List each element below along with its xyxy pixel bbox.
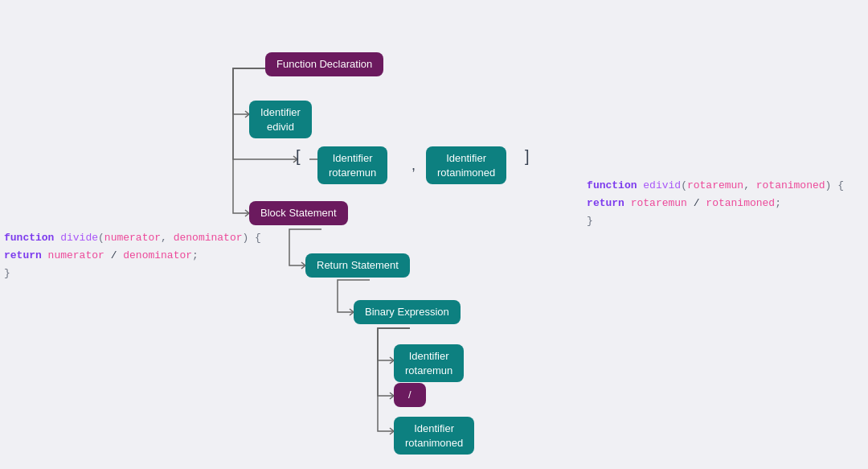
right-code-panel: function edivid(rotaremun, rotanimoned) … bbox=[587, 177, 844, 230]
tree-connections bbox=[161, 24, 611, 450]
node-block-statement: Block Statement bbox=[249, 201, 348, 225]
right-code-line-3: } bbox=[587, 212, 844, 230]
right-code-line-1: function edivid(rotaremun, rotanimoned) … bbox=[587, 177, 844, 195]
node-identifier-rotaremun-param: Identifier rotaremun bbox=[317, 146, 387, 184]
comma-separator: , bbox=[411, 157, 416, 174]
right-code-line-2: return rotaremun / rotanimoned; bbox=[587, 195, 844, 212]
node-identifier-edivid: Identifier edivid bbox=[249, 101, 312, 138]
node-return-statement: Return Statement bbox=[305, 253, 410, 278]
node-operator-slash: / bbox=[394, 383, 426, 407]
close-bracket: ] bbox=[525, 147, 530, 166]
node-binary-expression: Binary Expression bbox=[354, 300, 461, 324]
node-identifier-rotanimoned: Identifier rotanimoned bbox=[394, 417, 474, 455]
open-bracket: [ bbox=[296, 147, 301, 166]
tree-diagram: Function Declaration Identifier edivid [… bbox=[161, 24, 611, 450]
node-identifier-rotaremun: Identifier rotaremun bbox=[394, 344, 464, 382]
node-function-declaration: Function Declaration bbox=[265, 52, 383, 76]
node-identifier-rotanimoned-param: Identifier rotanimoned bbox=[426, 146, 506, 184]
